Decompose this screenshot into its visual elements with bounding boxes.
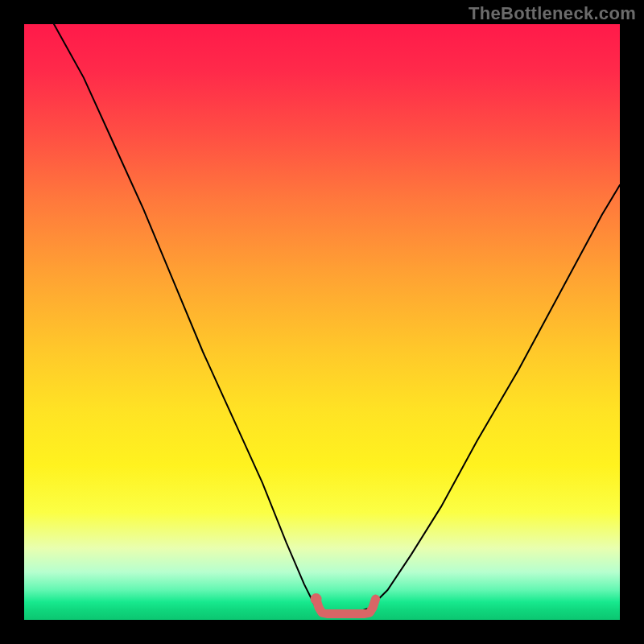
watermark-text: TheBottleneck.com bbox=[469, 3, 636, 24]
chart-svg bbox=[24, 24, 620, 620]
chart-plot-area bbox=[24, 24, 620, 620]
optimal-start-dot bbox=[311, 593, 322, 605]
optimal-zone-marker bbox=[316, 599, 376, 614]
bottleneck-curve bbox=[54, 24, 620, 614]
